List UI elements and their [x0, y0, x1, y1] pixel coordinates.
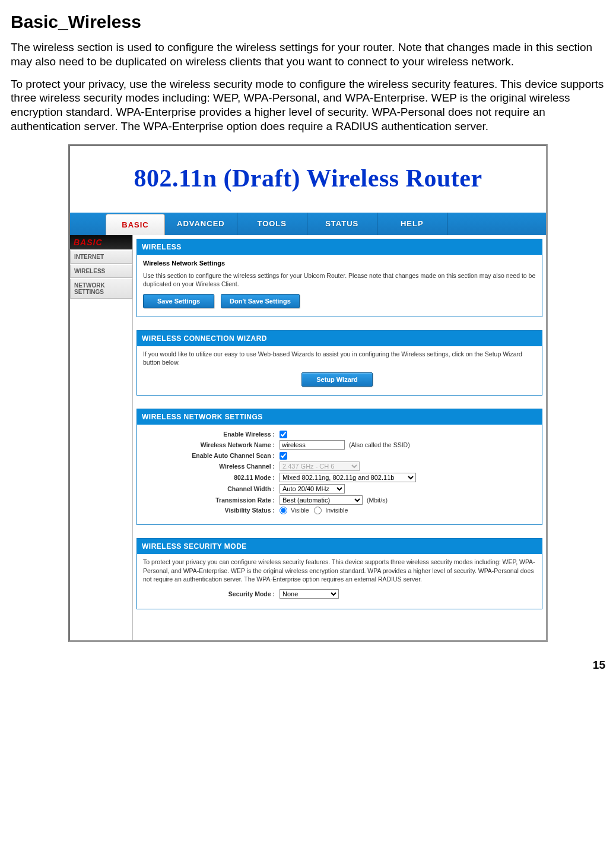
ssid-hint: (Also called the SSID) — [349, 441, 410, 448]
tab-advanced[interactable]: ADVANCED — [165, 213, 237, 235]
intro-paragraph-2: To protect your privacy, use the wireles… — [11, 77, 605, 134]
label-wireless-channel: Wireless Channel : — [143, 463, 280, 470]
sidebar-item-wireless[interactable]: WIRELESS — [70, 264, 132, 278]
panel-wireless-title: WIRELESS — [137, 239, 542, 255]
intro-paragraph-1: The wireless section is used to configur… — [11, 40, 605, 69]
panel-network-settings: WIRELESS NETWORK SETTINGS Enable Wireles… — [136, 409, 542, 525]
label-80211-mode: 802.11 Mode : — [143, 474, 280, 481]
content-area: WIRELESS Wireless Network Settings Use t… — [133, 235, 546, 640]
label-security-mode: Security Mode : — [143, 590, 280, 597]
dont-save-settings-button[interactable]: Don't Save Settings — [221, 294, 300, 308]
tab-basic[interactable]: BASIC — [106, 214, 165, 235]
router-banner: 802.11n (Draft) Wireless Router — [70, 146, 546, 213]
tab-bar: BASIC ADVANCED TOOLS STATUS HELP — [70, 213, 546, 235]
tab-status[interactable]: STATUS — [307, 213, 377, 235]
visibility-invisible-label: Invisible — [325, 507, 348, 514]
label-channel-width: Channel Width : — [143, 485, 280, 492]
sidebar-item-internet[interactable]: INTERNET — [70, 250, 132, 264]
router-screenshot: 802.11n (Draft) Wireless Router BASIC AD… — [68, 144, 548, 642]
auto-channel-scan-checkbox[interactable] — [280, 452, 287, 460]
panel-wizard-title: WIRELESS CONNECTION WIZARD — [137, 331, 542, 346]
80211-mode-select[interactable]: Mixed 802.11ng, 802.11g and 802.11b — [280, 473, 416, 482]
tab-tools[interactable]: TOOLS — [237, 213, 307, 235]
rate-hint: (Mbit/s) — [367, 497, 388, 504]
panel-wireless-desc: Use this section to configure the wirele… — [143, 271, 536, 288]
label-transmission-rate: Transmission Rate : — [143, 497, 280, 504]
panel-security-mode: WIRELESS SECURITY MODE To protect your p… — [136, 538, 542, 609]
channel-width-select[interactable]: Auto 20/40 MHz — [280, 484, 345, 494]
panel-wireless-subtitle: Wireless Network Settings — [137, 255, 542, 268]
tabbar-fill — [447, 213, 546, 235]
panel-security-desc: To protect your privacy you can configur… — [143, 558, 536, 583]
panel-security-mode-title: WIRELESS SECURITY MODE — [137, 539, 542, 554]
sidebar-item-network-settings[interactable]: NETWORK SETTINGS — [70, 279, 132, 299]
panel-wizard: WIRELESS CONNECTION WIZARD If you would … — [136, 330, 542, 396]
sidebar-title: BASIC — [70, 235, 132, 249]
router-banner-title: 802.11n (Draft) Wireless Router — [76, 164, 540, 192]
transmission-rate-select[interactable]: Best (automatic) — [280, 495, 363, 505]
visibility-visible-radio[interactable] — [280, 507, 287, 514]
ssid-input[interactable] — [280, 440, 345, 450]
visibility-invisible-radio[interactable] — [314, 507, 322, 514]
enable-wireless-checkbox[interactable] — [280, 431, 287, 438]
panel-wizard-desc: If you would like to utilize our easy to… — [143, 350, 536, 366]
page-title: Basic_Wireless — [11, 12, 605, 32]
panel-network-settings-title: WIRELESS NETWORK SETTINGS — [137, 409, 542, 425]
panel-wireless: WIRELESS Wireless Network Settings Use t… — [136, 239, 542, 317]
label-visibility-status: Visibility Status : — [143, 507, 280, 514]
setup-wizard-button[interactable]: Setup Wizard — [301, 372, 373, 387]
page-number: 15 — [11, 659, 605, 672]
label-ssid: Wireless Network Name : — [143, 441, 280, 448]
tabbar-spacer — [70, 213, 106, 235]
save-settings-button[interactable]: Save Settings — [143, 294, 214, 308]
security-mode-select[interactable]: None — [280, 589, 339, 599]
visibility-visible-label: Visible — [291, 507, 309, 514]
tab-help[interactable]: HELP — [377, 213, 447, 235]
label-auto-channel-scan: Enable Auto Channel Scan : — [143, 452, 280, 459]
label-enable-wireless: Enable Wireless : — [143, 431, 280, 438]
wireless-channel-select[interactable]: 2.437 GHz - CH 6 — [280, 461, 360, 471]
sidebar: BASIC INTERNET WIRELESS NETWORK SETTINGS — [70, 235, 133, 640]
